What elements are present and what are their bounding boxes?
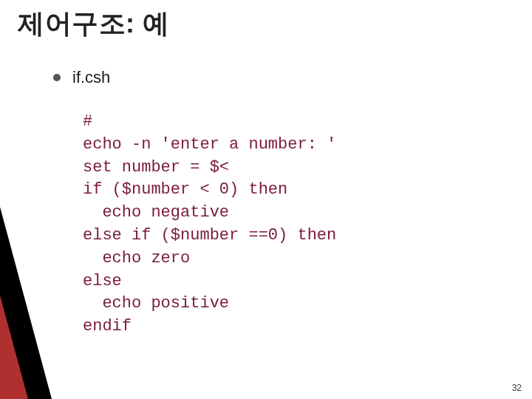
code-line: echo negative xyxy=(83,203,229,222)
code-line: echo positive xyxy=(83,294,229,313)
code-line: else xyxy=(83,272,122,290)
code-line: endif xyxy=(83,317,132,335)
code-block: # echo -n 'enter a number: ' set number … xyxy=(83,111,336,338)
code-line: else if ($number ==0) then xyxy=(83,226,336,245)
code-line: set number = $< xyxy=(83,158,229,177)
slide-title: 제어구조: 예 xyxy=(18,6,170,42)
bullet-item: if.csh xyxy=(53,68,110,87)
bullet-label: if.csh xyxy=(72,68,110,87)
slide: 제어구조: 예 if.csh # echo -n 'enter a number… xyxy=(0,0,532,399)
code-line: echo zero xyxy=(83,249,190,267)
code-line: echo -n 'enter a number: ' xyxy=(83,135,336,154)
decorative-wedge-red xyxy=(0,296,28,399)
code-line: # xyxy=(83,112,92,131)
page-number: 32 xyxy=(512,383,522,393)
bullet-icon xyxy=(53,74,61,81)
code-line: if ($number < 0) then xyxy=(83,180,287,199)
